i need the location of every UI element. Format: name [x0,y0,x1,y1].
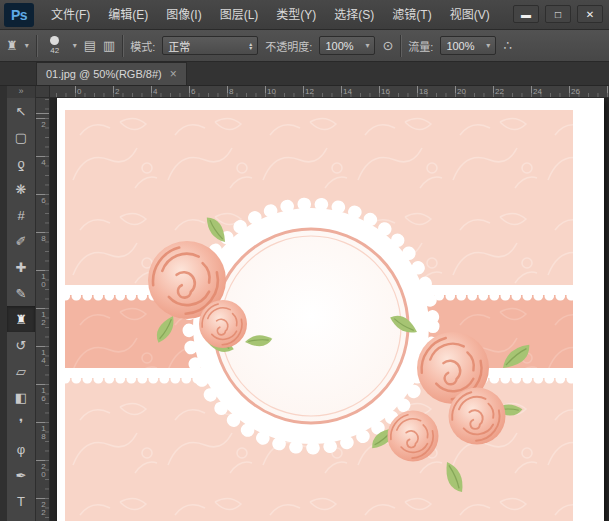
ruler-number: 10 [39,272,48,288]
eyedropper-tool[interactable]: ✐ [7,228,35,254]
crop-tool-icon: # [17,209,24,222]
blur-tool[interactable]: ❜ [7,410,35,436]
type-tool-icon: T [17,495,25,508]
clone-stamp-tool-icon: ♜ [15,313,27,326]
brush-tip-icon [50,36,59,45]
tool-preset-caret-icon[interactable]: ▾ [25,42,29,50]
gradient-tool-icon: ◧ [15,391,27,404]
photoshop-window: Ps 文件(F) 编辑(E) 图像(I) 图层(L) 类型(Y) 选择(S) 滤… [0,0,609,521]
ruler-number: 6 [39,196,48,204]
app-logo: Ps [4,3,34,27]
gradient-tool[interactable]: ◧ [7,384,35,410]
rectangular-marquee-tool[interactable]: ▢ [7,124,35,150]
clone-stamp-icon[interactable]: ♜ [6,39,18,52]
horizontal-ruler[interactable]: 0 2 4 6 8 10 12 14 16 18 20 22 24 26 [50,86,609,98]
close-button[interactable]: ✕ [577,5,603,23]
ruler-number: 8 [229,87,233,96]
brush-panel-toggle-icon[interactable]: ▤ [84,39,96,52]
menu-image[interactable]: 图像(I) [157,0,210,30]
canvas-image[interactable] [65,110,573,521]
crop-tool[interactable]: # [7,202,35,228]
ruler-number: 8 [39,234,48,242]
clone-source-panel-icon[interactable]: ▥ [103,39,115,52]
type-tool[interactable]: T [7,488,35,514]
ruler-number: 6 [191,87,195,96]
ruler-number: 10 [267,87,276,96]
maximize-icon: □ [555,9,561,20]
ruler-number: 16 [39,386,48,402]
maximize-button[interactable]: □ [545,5,571,23]
mode-label: 模式: [130,38,155,54]
opacity-value: 100% [325,40,353,52]
ruler-number: 24 [533,87,542,96]
menu-filter[interactable]: 滤镜(T) [383,0,440,30]
flow-select[interactable]: 100% ▾ [440,36,496,55]
ruler-number: 22 [39,500,48,516]
document-tab[interactable]: 01.jpg @ 50%(RGB/8#) × [36,62,187,85]
quick-selection-tool[interactable]: ❋ [7,176,35,202]
move-tool-icon: ↖ [16,105,27,118]
opacity-label: 不透明度: [265,38,312,54]
ruler-corner [36,86,50,98]
menu-type[interactable]: 类型(Y) [267,0,325,30]
stepper-icon: ▴▾ [249,42,252,50]
panel-edge [0,86,7,521]
separator [122,35,123,57]
pen-tool-icon: ✒ [16,469,27,482]
ruler-number: 12 [305,87,314,96]
toolbar-collapse-button[interactable]: » [7,86,35,98]
brush-preset-picker[interactable]: 42 [44,36,66,55]
eraser-tool-icon: ▱ [16,365,26,378]
clone-stamp-tool[interactable]: ♜ [7,306,35,332]
menu-select[interactable]: 选择(S) [325,0,383,30]
lasso-tool[interactable]: ƍ [7,150,35,176]
ruler-number: 14 [343,87,352,96]
mode-select[interactable]: 正常 ▴▾ [162,36,258,55]
tablet-pressure-icon[interactable]: ⊙ [382,39,393,52]
healing-brush-tool-icon: ✚ [16,261,27,274]
history-brush-tool-icon: ↺ [16,339,27,352]
chevron-down-icon: ▾ [486,42,490,50]
document-tab-bar: 01.jpg @ 50%(RGB/8#) × [0,62,609,86]
minimize-button[interactable]: ▬ [513,5,539,23]
menu-window[interactable]: 窗口(W) [499,0,500,30]
document-tab-title: 01.jpg @ 50%(RGB/8#) [46,68,162,80]
eyedropper-tool-icon: ✐ [16,235,27,248]
close-icon: ✕ [586,9,594,20]
pen-tool[interactable]: ✒ [7,462,35,488]
dodge-tool[interactable]: φ [7,436,35,462]
vertical-ruler[interactable]: 2 4 6 8 10 12 14 16 18 20 22 [36,98,50,521]
menu-view[interactable]: 视图(V) [441,0,499,30]
mode-value: 正常 [168,38,190,54]
menu-file[interactable]: 文件(F) [42,0,99,30]
canvas-area[interactable] [50,98,609,521]
ruler-number: 18 [39,424,48,440]
ruler-number: 2 [115,87,119,96]
tools-panel: » ↖ ▢ ƍ ❋ # ✐ ✚ ✎ ♜ ↺ ▱ ◧ ❜ φ ✒ T [7,86,36,521]
flow-label: 流量: [408,38,433,54]
ruler-number: 4 [153,87,157,96]
healing-brush-tool[interactable]: ✚ [7,254,35,280]
title-bar: Ps 文件(F) 编辑(E) 图像(I) 图层(L) 类型(Y) 选择(S) 滤… [0,0,609,30]
separator [400,35,401,57]
move-tool[interactable]: ↖ [7,98,35,124]
flow-value: 100% [446,40,474,52]
menu-layer[interactable]: 图层(L) [211,0,268,30]
blur-tool-icon: ❜ [19,417,23,430]
chevron-down-icon: ▾ [365,42,369,50]
history-brush-tool[interactable]: ↺ [7,332,35,358]
opacity-select[interactable]: 100% ▾ [319,36,375,55]
brush-tool[interactable]: ✎ [7,280,35,306]
ruler-number: 16 [381,87,390,96]
minimize-icon: ▬ [521,9,531,20]
ruler-number: 22 [495,87,504,96]
menu-edit[interactable]: 编辑(E) [99,0,157,30]
eraser-tool[interactable]: ▱ [7,358,35,384]
ruler-number: 18 [419,87,428,96]
brush-picker-caret-icon[interactable]: ▾ [73,42,77,50]
lasso-tool-icon: ƍ [17,157,24,170]
dodge-tool-icon: φ [17,443,25,456]
tab-close-icon[interactable]: × [170,68,177,80]
airbrush-icon[interactable]: ∴ [503,39,511,52]
ruler-number: 26 [571,87,580,96]
